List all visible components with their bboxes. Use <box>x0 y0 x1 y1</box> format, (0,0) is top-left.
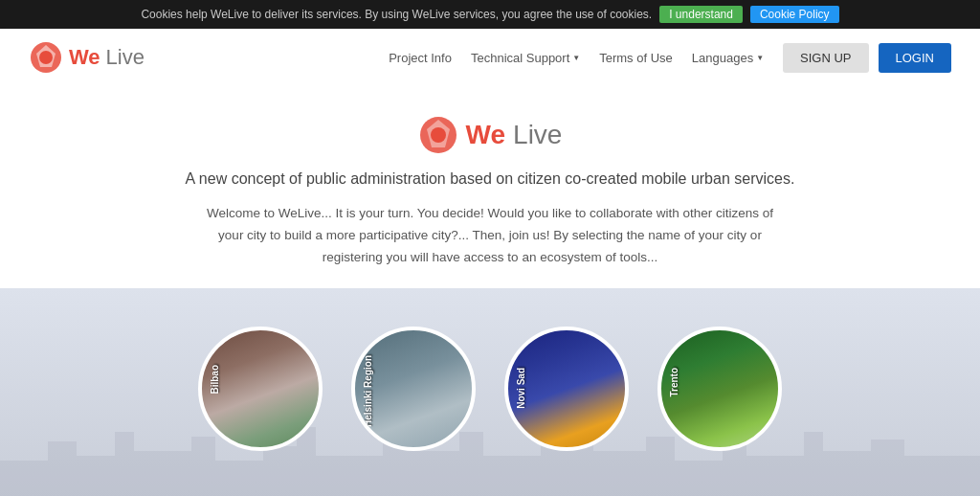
city-trento[interactable]: Trento <box>657 327 782 451</box>
hero-section: WeLive A new concept of public administr… <box>0 86 980 288</box>
svg-point-5 <box>431 127 446 143</box>
trento-inner: Trento <box>661 330 778 447</box>
cookie-policy-button[interactable]: Cookie Policy <box>750 6 839 23</box>
header: WeLive Project Info Technical Support Te… <box>0 29 980 86</box>
cookie-text: Cookies help WeLive to deliver its servi… <box>141 8 652 21</box>
nav-terms[interactable]: Terms of Use <box>599 51 673 65</box>
nav-technical-support[interactable]: Technical Support <box>471 51 580 65</box>
trento-label: Trento <box>669 368 679 397</box>
bilbao-inner: Bilbao <box>202 330 319 447</box>
city-novisad[interactable]: Novi Sad <box>504 327 629 451</box>
signup-button[interactable]: SIGN UP <box>783 43 868 73</box>
cookie-bar: Cookies help WeLive to deliver its servi… <box>0 0 980 29</box>
helsinki-label: Helsinki Region <box>363 355 373 427</box>
novisad-label: Novi Sad <box>516 368 526 409</box>
hero-logo: WeLive <box>19 115 961 155</box>
nav-project-info[interactable]: Project Info <box>389 51 452 65</box>
login-button[interactable]: LOGIN <box>879 43 951 73</box>
hero-logo-we: We <box>466 120 506 150</box>
logo-we: We <box>69 45 100 70</box>
novisad-inner: Novi Sad <box>508 330 625 447</box>
hero-body: Welcome to WeLive... It is your turn. Yo… <box>193 203 787 269</box>
logo-live: Live <box>106 45 145 70</box>
city-section: Bilbao Helsinki Region Novi Sad Trento <box>0 288 980 496</box>
svg-point-2 <box>39 51 53 64</box>
nav-languages[interactable]: Languages <box>692 51 764 65</box>
city-circles: Bilbao Helsinki Region Novi Sad Trento <box>0 307 980 470</box>
header-buttons: SIGN UP LOGIN <box>783 43 951 73</box>
logo[interactable]: WeLive <box>29 40 389 75</box>
hero-logo-live: Live <box>513 120 562 150</box>
city-helsinki[interactable]: Helsinki Region <box>351 327 476 451</box>
bilbao-label: Bilbao <box>210 365 220 395</box>
understand-button[interactable]: I understand <box>659 6 743 23</box>
hero-logo-icon <box>418 115 458 155</box>
main-nav: Project Info Technical Support Terms of … <box>389 51 764 65</box>
city-bilbao[interactable]: Bilbao <box>198 327 323 451</box>
helsinki-inner: Helsinki Region <box>355 330 472 447</box>
logo-icon <box>29 40 63 75</box>
hero-subtitle: A new concept of public administration b… <box>19 170 961 188</box>
